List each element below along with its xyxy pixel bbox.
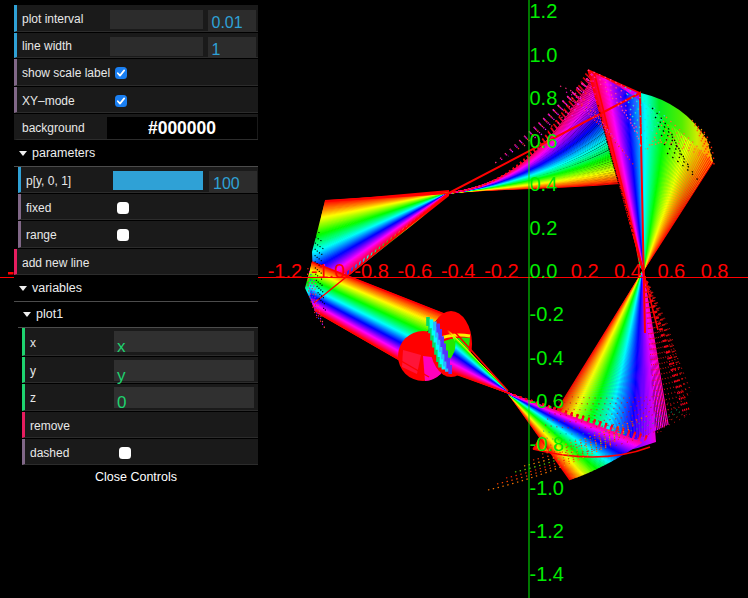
svg-text:-1.4: -1.4 [530,563,564,585]
svg-text:-0.2: -0.2 [484,260,518,282]
svg-text:-0.8: -0.8 [354,260,388,282]
svg-text:0.2: 0.2 [530,217,558,239]
svg-text:0.0: 0.0 [530,260,558,282]
svg-text:-1.2: -1.2 [530,520,564,542]
svg-text:0.6: 0.6 [530,130,558,152]
svg-text:-0.4: -0.4 [441,260,475,282]
svg-text:1.0: 1.0 [530,44,558,66]
svg-text:-1.0: -1.0 [530,477,564,499]
svg-text:-0.6: -0.6 [398,260,432,282]
svg-text:-0.2: -0.2 [530,303,564,325]
svg-text:1.2: 1.2 [530,0,558,22]
svg-text:-0.4: -0.4 [530,347,564,369]
svg-text:-0.8: -0.8 [530,433,564,455]
svg-text:0.2: 0.2 [571,260,599,282]
svg-text:-1.0: -1.0 [311,260,345,282]
svg-text:-1.2: -1.2 [268,260,302,282]
svg-text:0.6: 0.6 [657,260,685,282]
svg-text:0.8: 0.8 [701,260,729,282]
svg-text:0.4: 0.4 [614,260,642,282]
svg-text:0.8: 0.8 [530,87,558,109]
svg-text:-0.6: -0.6 [530,390,564,412]
svg-text:0.4: 0.4 [530,173,558,195]
